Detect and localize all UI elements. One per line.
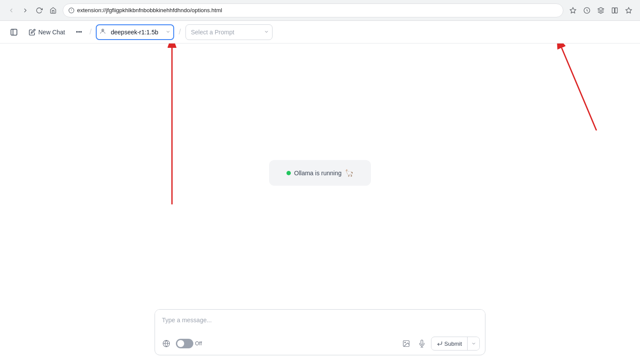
favorites-button[interactable] bbox=[623, 4, 635, 17]
svg-point-19 bbox=[404, 342, 405, 343]
home-button[interactable] bbox=[47, 4, 59, 17]
url-text: extension://jfgfiigpkhlkbnfnbobbkinehhfd… bbox=[77, 7, 558, 13]
model-select[interactable]: deepseek-r1:1.5b bbox=[96, 24, 174, 40]
nav-buttons bbox=[5, 4, 59, 17]
edit-icon bbox=[29, 29, 36, 36]
svg-marker-7 bbox=[626, 7, 631, 13]
info-icon bbox=[68, 7, 74, 13]
globe-button[interactable] bbox=[160, 337, 172, 350]
sidebar-toggle-button[interactable] bbox=[7, 25, 21, 39]
prompt-select[interactable]: Select a Prompt bbox=[185, 24, 273, 40]
image-button[interactable] bbox=[400, 337, 413, 350]
input-bottom-bar: Off Submit bbox=[155, 333, 485, 355]
svg-marker-3 bbox=[570, 7, 576, 13]
message-input[interactable] bbox=[155, 310, 485, 331]
toggle-thumb bbox=[177, 340, 184, 347]
submit-chevron-button[interactable] bbox=[467, 337, 479, 350]
toolbar-separator-2: / bbox=[179, 27, 181, 37]
submit-label: Submit bbox=[445, 341, 462, 347]
main-content: Ollama is running 🦙 bbox=[0, 43, 640, 364]
model-selector-wrapper: deepseek-r1:1.5b bbox=[96, 24, 174, 40]
svg-rect-6 bbox=[615, 8, 617, 13]
microphone-icon bbox=[418, 340, 426, 347]
image-icon bbox=[402, 340, 410, 347]
globe-icon bbox=[162, 340, 170, 347]
forward-button[interactable] bbox=[19, 4, 31, 17]
toolbar-separator-1: / bbox=[89, 27, 91, 37]
ext-toolbar: New Chat ••• / deepseek-r1:1.5b / Select… bbox=[0, 21, 640, 43]
llama-icon: 🦙 bbox=[345, 169, 354, 177]
svg-rect-5 bbox=[612, 8, 614, 13]
input-left-tools: Off bbox=[160, 337, 202, 350]
submit-chevron-icon bbox=[471, 341, 476, 346]
input-area: Off Submit bbox=[0, 302, 640, 364]
input-container: Off Submit bbox=[155, 309, 485, 355]
toggle-button[interactable] bbox=[176, 339, 193, 348]
page-wrapper: New Chat ••• / deepseek-r1:1.5b / Select… bbox=[0, 21, 640, 364]
svg-rect-8 bbox=[11, 29, 17, 35]
prompt-selector-wrapper: Select a Prompt bbox=[185, 24, 273, 40]
status-card: Ollama is running 🦙 bbox=[269, 160, 371, 186]
extension-button[interactable] bbox=[595, 4, 607, 17]
browser-actions bbox=[567, 4, 635, 17]
back-button[interactable] bbox=[5, 4, 17, 17]
return-icon bbox=[437, 341, 443, 347]
more-dots: ••• bbox=[76, 29, 82, 35]
status-indicator bbox=[286, 171, 291, 175]
reload-button[interactable] bbox=[33, 4, 45, 17]
submit-button[interactable]: Submit bbox=[431, 338, 467, 350]
toggle-wrapper: Off bbox=[176, 339, 202, 348]
new-chat-label: New Chat bbox=[38, 29, 65, 36]
chat-area: Ollama is running 🦙 bbox=[0, 43, 640, 302]
status-text: Ollama is running bbox=[294, 170, 342, 177]
split-screen-button[interactable] bbox=[609, 4, 621, 17]
bookmark-star-button[interactable] bbox=[567, 4, 579, 17]
microphone-button[interactable] bbox=[415, 337, 428, 350]
more-options-button[interactable]: ••• bbox=[73, 26, 85, 38]
browser-chrome: extension://jfgfiigpkhlkbnfnbobbkinehhfd… bbox=[0, 0, 640, 21]
address-bar[interactable]: extension://jfgfiigpkhlkbnfnbobbkinehhfd… bbox=[63, 3, 563, 17]
new-chat-button[interactable]: New Chat bbox=[24, 26, 69, 38]
submit-wrapper: Submit bbox=[431, 337, 480, 351]
toggle-label: Off bbox=[195, 341, 202, 347]
history-button[interactable] bbox=[581, 4, 593, 17]
input-right-tools: Submit bbox=[400, 337, 480, 351]
